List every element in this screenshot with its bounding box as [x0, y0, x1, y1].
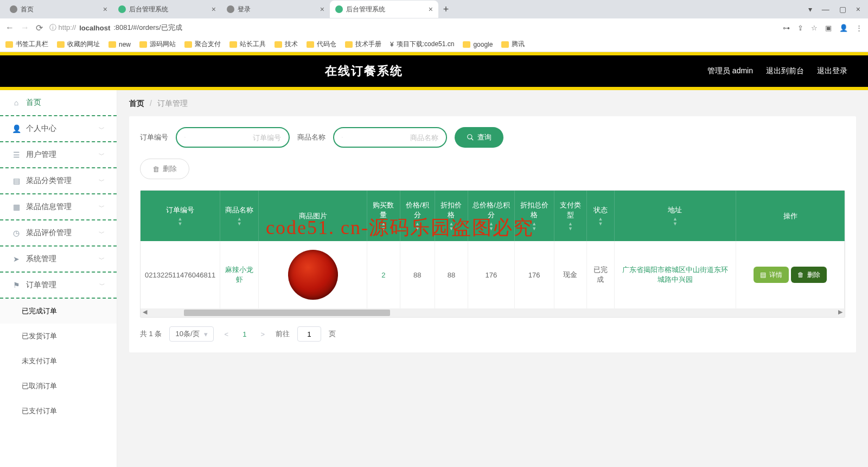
extensions-icon[interactable]: ▣	[825, 24, 832, 32]
tab-title: 后台管理系统	[346, 5, 425, 14]
profile-icon[interactable]: 👤	[839, 24, 848, 32]
close-icon[interactable]: ×	[320, 5, 324, 14]
browser-tab[interactable]: 首页 ×	[4, 1, 113, 18]
tab-strip: 首页 × 后台管理系统 × 登录 × 后台管理系统 × + ▾ — ▢ ×	[0, 0, 868, 18]
browser-tab[interactable]: 登录 ×	[221, 1, 330, 18]
folder-icon	[139, 41, 147, 48]
url-path: :8081/#/orders/已完成	[113, 23, 182, 33]
star-icon[interactable]: ☆	[811, 24, 818, 32]
folder-icon	[229, 41, 237, 48]
dropdown-icon[interactable]: ▾	[808, 5, 812, 14]
url-protocol: ⓘ http://	[49, 23, 76, 33]
tab-title: 登录	[238, 5, 317, 14]
bookmark[interactable]: 站长工具	[229, 40, 266, 49]
browser-chrome: 首页 × 后台管理系统 × 登录 × 后台管理系统 × + ▾ — ▢ × ← …	[0, 0, 868, 52]
vue-icon	[118, 5, 126, 13]
bookmark[interactable]: 收藏的网址	[57, 40, 100, 49]
bookmark[interactable]: 源码网站	[139, 40, 176, 49]
bookmark[interactable]: 聚合支付	[184, 40, 221, 49]
browser-tab-active[interactable]: 后台管理系统 ×	[330, 1, 438, 18]
folder-icon	[463, 41, 470, 48]
bookmark[interactable]: new	[108, 41, 131, 48]
key-icon[interactable]: ⊶	[783, 24, 790, 32]
folder-icon	[345, 41, 353, 48]
tab-title: 首页	[21, 5, 100, 14]
site-icon: ¥	[390, 41, 394, 48]
bookmark[interactable]: ¥项目下载:code51.cn	[390, 40, 454, 49]
close-icon[interactable]: ×	[429, 5, 433, 14]
folder-icon	[108, 41, 116, 48]
address-bar[interactable]: ⓘ http://localhost:8081/#/orders/已完成	[49, 23, 776, 33]
forward-button[interactable]: →	[21, 23, 29, 33]
address-bar-row: ← → ⟳ ⓘ http://localhost:8081/#/orders/已…	[0, 18, 868, 37]
folder-icon	[307, 41, 314, 48]
globe-icon	[10, 5, 17, 13]
new-tab-button[interactable]: +	[438, 4, 454, 15]
folder-icon	[184, 41, 192, 48]
browser-tab[interactable]: 后台管理系统 ×	[113, 1, 221, 18]
folder-icon	[275, 41, 282, 48]
bookmark[interactable]: 技术手册	[345, 40, 381, 49]
vue-icon	[335, 5, 343, 13]
folder-icon	[5, 41, 13, 48]
minimize-icon[interactable]: —	[822, 5, 829, 14]
menu-icon[interactable]: ⋮	[856, 24, 863, 32]
bookmark[interactable]: 书签工具栏	[5, 40, 48, 49]
maximize-icon[interactable]: ▢	[839, 5, 846, 14]
close-icon[interactable]: ×	[212, 5, 216, 14]
url-host: localhost	[79, 24, 110, 32]
folder-icon	[501, 41, 509, 48]
bookmarks-bar: 书签工具栏 收藏的网址 new 源码网站 聚合支付 站长工具 技术 代码仓 技术…	[0, 37, 868, 52]
reload-button[interactable]: ⟳	[36, 23, 43, 33]
globe-icon	[227, 5, 234, 13]
bookmark[interactable]: 腾讯	[501, 40, 525, 49]
toolbar-icons: ⊶ ⇪ ☆ ▣ 👤 ⋮	[783, 24, 863, 32]
window-controls: ▾ — ▢ ×	[808, 5, 868, 14]
close-window-icon[interactable]: ×	[856, 5, 860, 14]
back-button[interactable]: ←	[5, 23, 14, 33]
tab-title: 后台管理系统	[129, 5, 208, 14]
close-icon[interactable]: ×	[103, 5, 107, 14]
bookmark[interactable]: 代码仓	[307, 40, 336, 49]
folder-icon	[57, 41, 65, 48]
share-icon[interactable]: ⇪	[797, 24, 803, 32]
bookmark[interactable]: google	[463, 41, 493, 48]
bookmark[interactable]: 技术	[275, 40, 298, 49]
